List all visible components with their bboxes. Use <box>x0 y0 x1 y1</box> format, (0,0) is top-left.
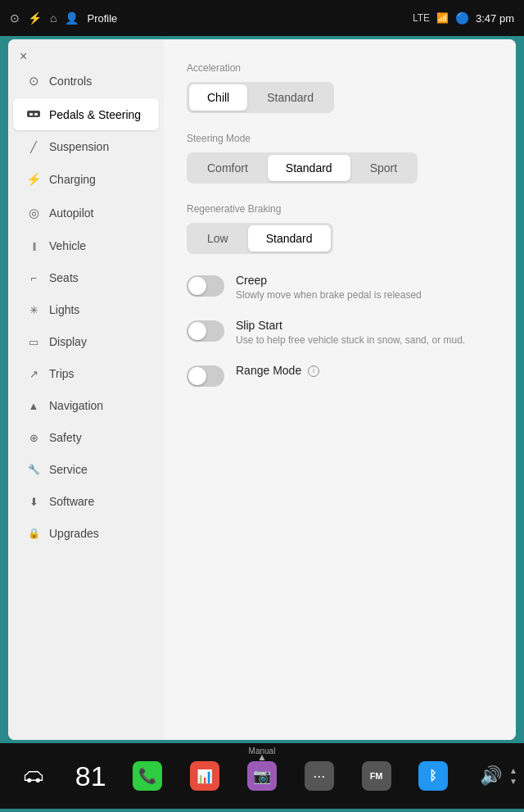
sidebar-label-controls: Controls <box>49 75 92 88</box>
seats-icon: ⌐ <box>26 272 41 284</box>
taskbar-dots-btn[interactable]: ··· <box>292 758 346 794</box>
taskbar-music-btn[interactable]: 📊 <box>178 758 232 794</box>
regen-braking-title: Regenerative Braking <box>187 203 493 215</box>
sidebar-item-upgrades[interactable]: 🔒 Upgrades <box>13 518 159 549</box>
lte-label: LTE <box>413 12 430 24</box>
speed-value: 81 <box>75 762 106 790</box>
taskbar: Manual ▲ 81 📞 📊 📷 ··· FM ᛒ 🔊 ▲ <box>0 743 524 809</box>
sidebar-label-seats: Seats <box>49 271 79 284</box>
sidebar-item-autopilot[interactable]: ◎ Autopilot <box>13 197 159 229</box>
range-mode-info-icon[interactable]: i <box>308 365 319 377</box>
close-button[interactable]: × <box>16 46 30 67</box>
creep-toggle[interactable] <box>187 275 224 297</box>
sidebar-item-vehicle[interactable]: ||| Vehicle <box>13 230 159 261</box>
sidebar-label-autopilot: Autopilot <box>49 206 93 220</box>
navigation-icon: ▲ <box>26 400 41 412</box>
fm-icon: FM <box>362 761 391 791</box>
slip-start-toggle[interactable] <box>187 320 224 342</box>
taskbar-right-chevrons[interactable]: ▲ ▼ <box>509 766 517 786</box>
svg-point-3 <box>27 778 31 783</box>
taskbar-phone-btn[interactable]: 📞 <box>121 758 175 794</box>
taskbar-speed-display: 81 <box>64 759 118 793</box>
profile-icon: 👤 <box>65 11 79 25</box>
regen-braking-section: Regenerative Braking Low Standard <box>187 203 493 254</box>
range-mode-toggle[interactable] <box>187 365 224 387</box>
sidebar-item-suspension[interactable]: ╱ Suspension <box>13 131 159 162</box>
trips-icon: ↗ <box>26 368 41 380</box>
steering-mode-title: Steering Mode <box>187 133 493 144</box>
sidebar-label-navigation: Navigation <box>49 399 103 412</box>
slip-start-label-group: Slip Start Use to help free vehicle stuc… <box>236 319 493 347</box>
main-panel: Acceleration Chill Standard Steering Mod… <box>164 39 516 740</box>
sidebar-label-safety: Safety <box>49 431 82 444</box>
sidebar-item-seats[interactable]: ⌐ Seats <box>13 262 159 293</box>
taskbar-bluetooth-btn[interactable]: ᛒ <box>406 758 460 794</box>
regen-standard-btn[interactable]: Standard <box>248 225 331 252</box>
pedals-icon <box>26 107 41 121</box>
sidebar-item-pedals-steering[interactable]: Pedals & Steering <box>13 98 159 130</box>
status-bar-left: ⊙ ⚡ ⌂ 👤 Profile <box>10 11 413 25</box>
autopilot-icon: ◎ <box>26 206 41 220</box>
taskbar-car-btn[interactable] <box>7 764 61 787</box>
creep-label-group: Creep Slowly move when brake pedal is re… <box>236 274 493 302</box>
upgrades-icon: 🔒 <box>26 528 41 539</box>
regen-low-btn[interactable]: Low <box>189 225 246 252</box>
steering-comfort-btn[interactable]: Comfort <box>189 155 266 181</box>
slip-start-toggle-row: Slip Start Use to help free vehicle stuc… <box>187 319 493 347</box>
sidebar-item-controls[interactable]: ⊙ Controls <box>13 65 159 98</box>
sidebar-label-pedals: Pedals & Steering <box>49 108 141 121</box>
sidebar-label-lights: Lights <box>49 303 79 316</box>
svg-rect-2 <box>34 113 38 116</box>
creep-toggle-row: Creep Slowly move when brake pedal is re… <box>187 274 493 302</box>
sidebar-label-upgrades: Upgrades <box>49 527 99 540</box>
creep-title: Creep <box>236 274 493 287</box>
wifi-icon: ⊙ <box>10 11 20 25</box>
acceleration-standard-btn[interactable]: Standard <box>249 84 332 111</box>
sidebar-item-lights[interactable]: ✳ Lights <box>13 294 159 325</box>
home-icon: ⌂ <box>50 11 56 25</box>
signal-icon: 📶 <box>436 12 449 24</box>
vehicle-icon: ||| <box>26 241 41 251</box>
sidebar: ⊙ Controls Pedals & Steering ╱ Suspensio… <box>8 39 164 740</box>
software-icon: ⬇ <box>26 496 41 508</box>
steering-standard-btn[interactable]: Standard <box>268 155 350 181</box>
taskbar-fm-btn[interactable]: FM <box>350 758 404 794</box>
sidebar-item-charging[interactable]: ⚡ Charging <box>13 163 159 196</box>
sidebar-label-suspension: Suspension <box>49 140 109 153</box>
sidebar-item-safety[interactable]: ⊕ Safety <box>13 422 159 453</box>
sidebar-label-software: Software <box>49 495 94 508</box>
main-container: × ⊙ Controls Pedals & Steering ╱ <box>8 39 516 740</box>
sidebar-label-vehicle: Vehicle <box>49 239 86 252</box>
bolt-icon: ⚡ <box>28 11 42 25</box>
svg-rect-1 <box>29 113 33 116</box>
time-label: 3:47 pm <box>476 12 514 25</box>
sidebar-item-navigation[interactable]: ▲ Navigation <box>13 390 159 421</box>
svg-rect-0 <box>27 111 40 117</box>
camera-icon: 📷 <box>247 761 277 791</box>
service-icon: 🔧 <box>26 464 41 475</box>
profile-label: Profile <box>87 12 117 25</box>
acceleration-chill-btn[interactable]: Chill <box>189 84 247 111</box>
sidebar-item-service[interactable]: 🔧 Service <box>13 454 159 485</box>
steering-mode-btn-group: Comfort Standard Sport <box>187 152 418 184</box>
taskbar-up-chevron[interactable]: ▲ <box>257 751 267 763</box>
sidebar-label-trips: Trips <box>49 367 75 380</box>
sidebar-item-software[interactable]: ⬇ Software <box>13 486 159 517</box>
status-bar-right: LTE 📶 🔵 3:47 pm <box>413 11 514 25</box>
sidebar-item-trips[interactable]: ↗ Trips <box>13 358 159 389</box>
lights-icon: ✳ <box>26 304 41 316</box>
slip-start-title: Slip Start <box>236 319 493 332</box>
range-mode-toggle-row: Range Mode i <box>187 364 493 387</box>
sidebar-item-display[interactable]: ▭ Display <box>13 326 159 357</box>
acceleration-section: Acceleration Chill Standard <box>187 62 493 113</box>
music-icon: 📊 <box>190 761 219 791</box>
slip-start-description: Use to help free vehicle stuck in snow, … <box>236 333 493 347</box>
steering-sport-btn[interactable]: Sport <box>352 155 415 181</box>
range-mode-title: Range Mode i <box>236 364 493 377</box>
phone-icon: 📞 <box>133 761 162 791</box>
regen-braking-btn-group: Low Standard <box>187 223 333 254</box>
taskbar-camera-btn[interactable]: 📷 <box>235 758 289 794</box>
safety-icon: ⊕ <box>26 432 41 444</box>
display-icon: ▭ <box>26 336 41 348</box>
acceleration-title: Acceleration <box>187 62 493 74</box>
